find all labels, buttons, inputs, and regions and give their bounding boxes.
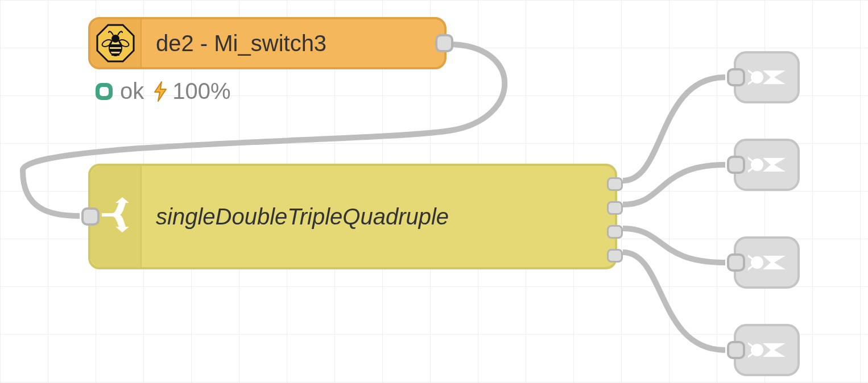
switch-in-port[interactable] (81, 207, 100, 226)
switch-out-port-3[interactable] (607, 225, 623, 239)
debug-icon (748, 334, 786, 366)
battery-text: 100% (172, 78, 230, 104)
svg-rect-9 (100, 87, 109, 96)
output-3-in-port[interactable] (727, 253, 745, 272)
svg-rect-3 (110, 49, 121, 52)
output-node-3[interactable] (734, 236, 800, 289)
svg-point-5 (111, 35, 119, 43)
debug-icon (748, 149, 786, 181)
status-text: ok (120, 78, 144, 104)
square-outline-icon (94, 81, 114, 102)
output-node-1[interactable] (734, 51, 800, 103)
debug-icon (748, 61, 786, 93)
output-node-4[interactable] (734, 324, 800, 376)
zigbee-out-port[interactable] (435, 34, 453, 52)
switch-out-port-1[interactable] (607, 177, 623, 191)
wire-switch-out4 (623, 252, 725, 350)
bolt-icon (152, 81, 169, 102)
output-2-in-port[interactable] (727, 156, 745, 174)
node-zigbee-device[interactable]: de2 - Mi_switch3 (88, 17, 447, 69)
wire-switch-out1 (623, 77, 725, 181)
bee-octagon-icon (96, 23, 135, 63)
switch-out-port-2[interactable] (607, 201, 623, 215)
output-4-in-port[interactable] (727, 341, 745, 359)
zigbee-node-label: de2 - Mi_switch3 (142, 31, 326, 56)
output-1-in-port[interactable] (727, 68, 745, 86)
split-icon (98, 196, 133, 237)
zigbee-status-line: ok 100% (94, 78, 231, 104)
debug-icon (748, 247, 786, 278)
zigbee-icon-col (90, 19, 142, 67)
svg-rect-4 (111, 53, 119, 56)
output-node-2[interactable] (734, 139, 800, 191)
switch-out-port-4[interactable] (607, 249, 623, 263)
switch-node-label: singleDoubleTripleQuadruple (142, 204, 449, 230)
wire-switch-out2 (623, 165, 725, 205)
flow-canvas[interactable]: de2 - Mi_switch3 ok 100% singleDoubleTri… (0, 0, 868, 383)
wire-switch-out3 (623, 228, 725, 263)
node-switch[interactable]: singleDoubleTripleQuadruple (88, 164, 617, 269)
svg-rect-2 (109, 44, 122, 47)
